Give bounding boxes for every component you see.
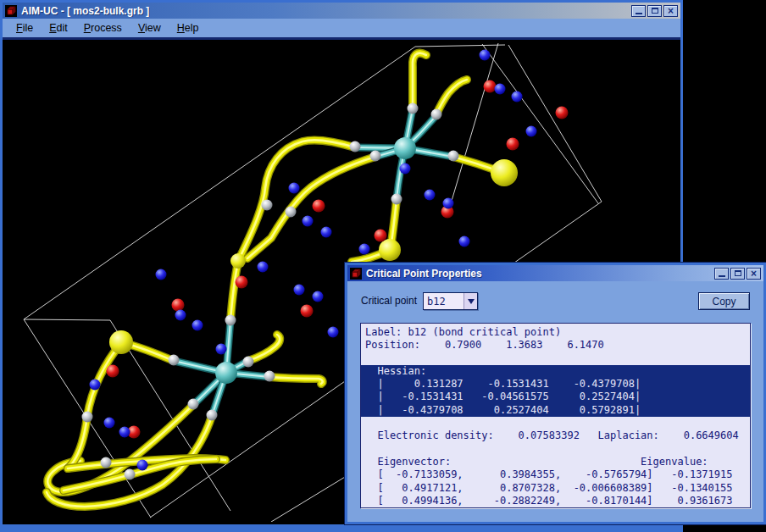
dialog-titlebar[interactable]: Critical Point Properties × xyxy=(347,265,763,281)
titlebar-buttons: × xyxy=(631,5,678,17)
app-icon xyxy=(5,5,17,17)
report-line: Eigenvector: Eigenvalue: xyxy=(361,456,750,468)
report-line: | -0.1531431 -0.04561575 0.2527404| xyxy=(361,391,750,403)
report-line xyxy=(361,443,750,456)
dropdown-button[interactable] xyxy=(463,293,477,309)
report-line: [ 0.4917121, 0.8707328, -0.006608389] -0… xyxy=(361,482,750,495)
critical-point-dialog: Critical Point Properties × Critical poi… xyxy=(345,263,766,524)
dropdown-value: b12 xyxy=(424,293,463,309)
report-area[interactable]: Label: b12 (bond critical point)Position… xyxy=(360,323,751,508)
dialog-titlebar-buttons: × xyxy=(714,268,761,280)
minimize-icon xyxy=(636,13,642,14)
desktop: AIM-UC - [ mos2-bulk.grb ] × FileEditPro… xyxy=(0,0,766,532)
critical-point-dropdown[interactable]: b12 xyxy=(423,292,478,310)
menu-item-view[interactable]: View xyxy=(133,20,166,36)
window-title: AIM-UC - [ mos2-bulk.grb ] xyxy=(21,5,631,17)
close-icon: × xyxy=(751,269,757,278)
report-line: | -0.4379708 0.2527404 0.5792891| xyxy=(361,404,750,417)
report-line: [ 0.4994136, -0.2882249, -0.8170144] 0.9… xyxy=(361,495,750,507)
report-line: Hessian: xyxy=(361,365,750,378)
minimize-button[interactable] xyxy=(631,5,646,17)
report-line: [ -0.7133059, 0.3984355, -0.5765794] -0.… xyxy=(361,468,750,481)
menu-item-process[interactable]: Process xyxy=(79,20,127,36)
menu-bar: FileEditProcessViewHelp xyxy=(3,19,680,40)
close-button[interactable]: × xyxy=(663,5,678,17)
menu-item-help[interactable]: Help xyxy=(172,20,204,36)
minimize-icon xyxy=(719,275,725,277)
maximize-icon xyxy=(652,8,658,14)
dialog-maximize-button[interactable] xyxy=(730,268,745,280)
report-line xyxy=(361,417,750,429)
main-titlebar[interactable]: AIM-UC - [ mos2-bulk.grb ] × xyxy=(3,3,680,19)
maximize-icon xyxy=(735,270,741,276)
critical-point-label: Critical point xyxy=(361,295,417,307)
menu-item-edit[interactable]: Edit xyxy=(44,20,73,36)
maximize-button[interactable] xyxy=(647,5,662,17)
report-line: Label: b12 (bond critical point) xyxy=(361,326,750,339)
report-line: Position: 0.7900 1.3683 6.1470 xyxy=(361,339,750,352)
copy-button[interactable]: Copy xyxy=(698,292,750,310)
dialog-close-button[interactable]: × xyxy=(747,268,761,280)
report-line: | 0.131287 -0.1531431 -0.4379708| xyxy=(361,378,750,391)
chevron-down-icon xyxy=(468,299,475,304)
close-icon: × xyxy=(668,7,674,15)
dialog-title: Critical Point Properties xyxy=(366,268,714,280)
report-line: Electronic density: 0.07583392 Laplacian… xyxy=(361,429,750,442)
report-line xyxy=(361,352,750,365)
menu-item-file[interactable]: File xyxy=(11,20,38,36)
dialog-minimize-button[interactable] xyxy=(714,268,729,280)
dialog-icon xyxy=(350,268,362,280)
